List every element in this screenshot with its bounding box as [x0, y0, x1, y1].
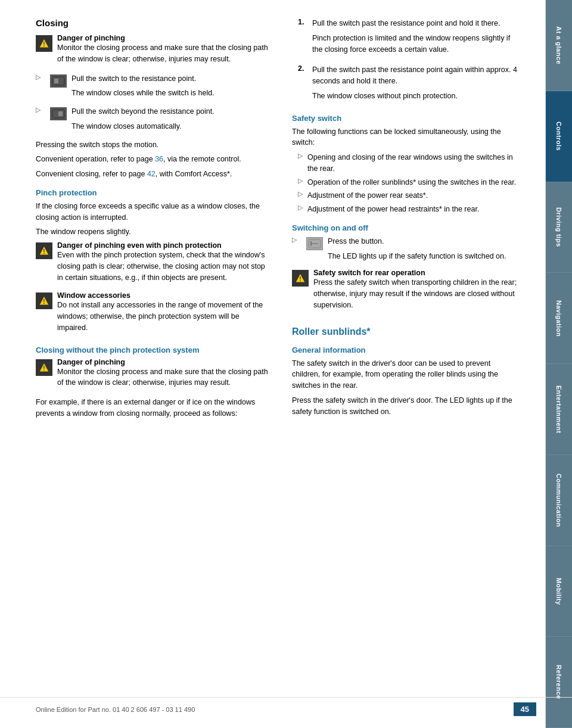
warning-title-3: Window accessories: [57, 291, 268, 300]
switching-title: Switching on and off: [292, 223, 518, 232]
svg-text:!: !: [43, 41, 45, 48]
warning-icon-2: !: [36, 242, 52, 259]
conv-op-link: 36: [155, 155, 163, 163]
warning-body-2: Even with the pinch protection system, c…: [57, 250, 268, 283]
num-item-2-text: Pull the switch past the resistance poin…: [312, 64, 518, 87]
warning-icon-3: !: [36, 293, 52, 309]
svg-text:!: !: [43, 365, 45, 372]
num-item-1-text: Pull the switch past the resistance poin…: [312, 18, 518, 29]
num-1: 1.: [298, 18, 307, 26]
switch-sub: The LED lights up if the safety function…: [328, 251, 518, 262]
warning-box-4: ! Danger of pinching Monitor the closing…: [36, 358, 268, 393]
arrow-1: ▷: [36, 73, 43, 81]
bullet-arrow-3: ▷: [298, 190, 305, 198]
closing-nopinch-title: Closing without the pinch protection sys…: [36, 346, 268, 354]
action-text-2: Pull the switch beyond the resistance po…: [72, 106, 268, 136]
action-text-1: Pull the switch to the resistance point.…: [72, 73, 268, 103]
num-item-1-detail: Pinch protection is limited and the wind…: [312, 33, 518, 55]
warning-text-1: Danger of pinching Monitor the closing p…: [57, 34, 268, 69]
warning-box-3: ! Window accessories Do not install any …: [36, 291, 268, 337]
warning-title-2: Danger of pinching even with pinch prote…: [57, 241, 268, 250]
press-icon: [306, 237, 323, 250]
svg-rect-5: [58, 111, 63, 116]
warning-icon-5: !: [292, 270, 309, 287]
conv-cl-suffix: , with Comfort Access*.: [156, 170, 232, 178]
stop-motion-text: Pressing the switch stops the motion.: [36, 139, 268, 151]
warning-icon-1: !: [36, 35, 52, 52]
warning-title-1: Danger of pinching: [57, 34, 268, 42]
page-container: Closing ! Danger of pinching Monitor the…: [0, 0, 572, 728]
bullet-arrow-4: ▷: [298, 204, 305, 211]
bullet-row-1: ▷ Opening and closing of the rear window…: [292, 152, 518, 175]
bullet-row-3: ▷ Adjustment of the power rear seats*.: [292, 190, 518, 201]
pinch-title: Pinch protection: [36, 188, 268, 197]
switch-icon-2: [50, 107, 67, 120]
pinch-p1: If the closing force exceeds a specific …: [36, 201, 268, 223]
conv-cl-link: 42: [147, 170, 156, 178]
warning-box-5: ! Safety switch for rear operation Press…: [292, 269, 518, 314]
warning-body-4: Monitor the closing process and make sur…: [57, 366, 268, 389]
action-main-2: Pull the switch beyond the resistance po…: [72, 106, 268, 117]
svg-text:!: !: [43, 298, 45, 305]
general-p2: Press the safety switch in the driver's …: [292, 395, 518, 418]
action-item-2: ▷ Pull the switch beyond the resistance …: [36, 106, 268, 136]
safety-p1: The following functions can be locked si…: [292, 126, 518, 149]
switch-arrow: ▷: [292, 236, 299, 244]
bullet-row-2: ▷ Operation of the roller sunblinds* usi…: [292, 177, 518, 188]
left-column: Closing ! Danger of pinching Monitor the…: [36, 18, 268, 704]
sidebar-item-entertainment[interactable]: Entertainment: [546, 364, 572, 455]
bullet-text-4: Adjustment of the power head restraints*…: [307, 204, 479, 215]
general-p1: The safety switch in the driver's door c…: [292, 358, 518, 391]
bullet-arrow-1: ▷: [298, 152, 305, 160]
warning-text-5: Safety switch for rear operation Press t…: [313, 269, 518, 314]
bullet-text-3: Adjustment of the power rear seats*.: [307, 190, 428, 201]
svg-text:!: !: [299, 276, 301, 282]
warning-box-2: ! Danger of pinching even with pinch pro…: [36, 241, 268, 287]
bullet-row-4: ▷ Adjustment of the power head restraint…: [292, 204, 518, 215]
conv-op-prefix: Convenient operation, refer to page: [36, 155, 155, 163]
warning-body-5: Press the safety switch when transportin…: [313, 277, 518, 310]
warning-title-5: Safety switch for rear operation: [313, 269, 518, 277]
main-content: Closing ! Danger of pinching Monitor the…: [0, 0, 545, 728]
sidebar-item-communication[interactable]: Communication: [546, 455, 572, 546]
switch-main: Press the button.: [328, 236, 518, 247]
switch-action-text: Press the button. The LED lights up if t…: [328, 236, 518, 266]
footer-text: Online Edition for Part no. 01 40 2 606 …: [36, 706, 195, 713]
bullet-arrow-2: ▷: [298, 177, 305, 185]
safety-title: Safety switch: [292, 114, 518, 123]
warning-text-4: Danger of pinching Monitor the closing p…: [57, 358, 268, 393]
numbered-list: 1. Pull the switch past the resistance p…: [292, 18, 518, 105]
conv-op-suffix: , via the remote control.: [163, 155, 241, 163]
num-item-1-content: Pull the switch past the resistance poin…: [312, 18, 518, 58]
right-column: 1. Pull the switch past the resistance p…: [286, 18, 518, 704]
page-footer: Online Edition for Part no. 01 40 2 606 …: [0, 697, 572, 716]
action-sub-1: The window closes while the switch is he…: [72, 88, 268, 99]
sidebar-item-driving-tips[interactable]: Driving tips: [546, 182, 572, 273]
closing-title: Closing: [36, 18, 268, 28]
safety-bullets-list: ▷ Opening and closing of the rear window…: [292, 152, 518, 215]
action-item-1: ▷ Pull the switch to the resistance poin…: [36, 73, 268, 103]
sidebar-item-at-a-glance[interactable]: At a glance: [546, 0, 572, 91]
switch-action-item: ▷ Press the button. The LED lights up if…: [292, 236, 518, 266]
num-item-2-detail: The window closes without pinch protecti…: [312, 91, 518, 102]
action-main-1: Pull the switch to the resistance point.: [72, 73, 268, 85]
page-number: 45: [514, 702, 536, 716]
arrow-2: ▷: [36, 106, 43, 114]
sidebar-item-controls[interactable]: Controls: [546, 91, 572, 182]
pinch-p2: The window reopens slightly.: [36, 226, 268, 238]
warning-body-1: Monitor the closing process and make sur…: [57, 42, 268, 65]
num-2: 2.: [298, 64, 307, 73]
numbered-item-1: 1. Pull the switch past the resistance p…: [298, 18, 518, 58]
sidebar-item-mobility[interactable]: Mobility: [546, 546, 572, 637]
convenient-close-text: Convenient closing, refer to page 42, wi…: [36, 169, 268, 180]
num-item-2-content: Pull the switch past the resistance poin…: [312, 64, 518, 105]
warning-box-1: ! Danger of pinching Monitor the closing…: [36, 34, 268, 69]
bullet-text-2: Operation of the roller sunblinds* using…: [307, 177, 516, 188]
action-sub-2: The window closes automatically.: [72, 121, 268, 132]
conv-cl-prefix: Convenient closing, refer to page: [36, 170, 147, 178]
warning-title-4: Danger of pinching: [57, 358, 268, 366]
warning-text-3: Window accessories Do not install any ac…: [57, 291, 268, 337]
svg-text:!: !: [43, 248, 45, 255]
sidebar-item-navigation[interactable]: Navigation: [546, 273, 572, 364]
general-info-title: General information: [292, 346, 518, 354]
